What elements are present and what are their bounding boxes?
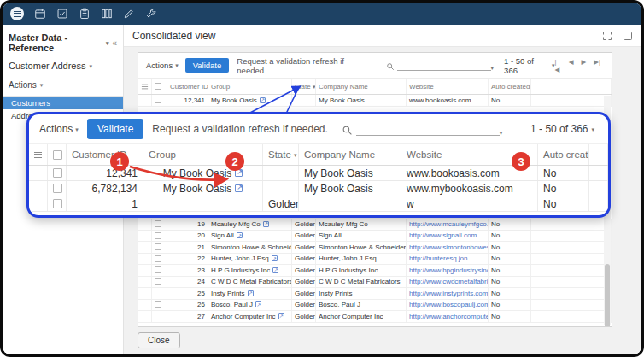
table-row[interactable]: 6,782,134 My Book Oasis My Book Oasis ww…: [29, 181, 608, 196]
table-row[interactable]: 22 Hunter, John J Esq Golden Hunter, Joh…: [138, 254, 612, 266]
select-all-checkbox[interactable]: [48, 144, 67, 165]
external-link-icon[interactable]: [235, 184, 243, 192]
group-link[interactable]: Mcauley Mfg Co: [211, 220, 261, 228]
workspace-selector[interactable]: Master Data - Reference ▾ «: [3, 25, 123, 59]
row-checkbox[interactable]: [155, 313, 161, 319]
column-header-auto-created[interactable]: Auto created: [538, 144, 589, 165]
columns-icon[interactable]: [101, 8, 113, 20]
search-dropdown-icon[interactable]: ▾: [491, 65, 495, 71]
row-checkbox[interactable]: [155, 266, 161, 273]
group-link[interactable]: Simonton Howe & Schneider P: [211, 243, 292, 251]
cell-website[interactable]: http://www.cwdcmetalfabricat: [407, 277, 489, 288]
external-link-icon[interactable]: [260, 97, 266, 103]
collapse-sidebar-icon[interactable]: «: [112, 38, 117, 48]
cell-website[interactable]: http://www.anchorcomputerinc: [407, 311, 489, 322]
external-link-icon[interactable]: [248, 290, 254, 296]
sidebar-item-customers[interactable]: Customers: [3, 97, 123, 109]
close-button[interactable]: Close: [138, 332, 180, 348]
group-link[interactable]: Sign All: [211, 231, 234, 239]
cell-website[interactable]: http://hunteresq.jon: [407, 254, 489, 265]
search-input[interactable]: [356, 123, 500, 136]
group-link[interactable]: My Book Oasis: [163, 183, 232, 195]
column-header-state[interactable]: State ▾: [263, 144, 299, 165]
row-checkbox[interactable]: [155, 301, 161, 308]
cell-website[interactable]: http://www.instyprints.com: [407, 288, 489, 299]
row-checkbox[interactable]: [155, 255, 161, 262]
validate-button[interactable]: Validate: [87, 119, 143, 139]
table-row[interactable]: 1 Golden w No: [29, 196, 608, 212]
pagination-range[interactable]: 1 - 50 of 366 ▾: [530, 123, 598, 135]
search-input[interactable]: [397, 61, 491, 71]
cell-website[interactable]: www.mybookoasis.com: [401, 181, 538, 196]
section-selector[interactable]: Customer Address ▾: [3, 59, 123, 77]
column-header-state[interactable]: State ▾: [292, 79, 316, 94]
external-link-icon[interactable]: [272, 267, 278, 273]
column-header-company[interactable]: Company Name: [316, 79, 407, 94]
table-row[interactable]: 24 C W D C Metal Fabricators Golden C W …: [138, 277, 612, 289]
scrollbar-thumb[interactable]: [605, 264, 610, 327]
row-checkbox[interactable]: [53, 168, 62, 178]
table-row[interactable]: 25 Insty Prints Golden Insty Prints http…: [138, 288, 612, 300]
menu-icon[interactable]: [10, 7, 24, 20]
cell-website[interactable]: http://www.mcauleymfgco.com: [407, 219, 489, 230]
actions-button[interactable]: Actions ▾: [146, 61, 179, 70]
group-link[interactable]: Insty Prints: [211, 290, 245, 297]
table-row[interactable]: 19 Mcauley Mfg Co Golden Mcauley Mfg Co …: [138, 219, 612, 231]
column-header-group[interactable]: Group: [143, 144, 263, 165]
cell-website[interactable]: http://www.boscopaulj.com: [407, 300, 489, 311]
cell-website[interactable]: http://www.signall.com: [407, 231, 489, 242]
first-page-button[interactable]: |◀: [554, 58, 560, 73]
row-checkbox[interactable]: [155, 278, 161, 285]
group-link[interactable]: H P G Industrys Inc: [211, 266, 270, 274]
fullscreen-icon[interactable]: [602, 31, 612, 41]
column-settings-icon[interactable]: [138, 79, 152, 94]
table-row[interactable]: 20 Sign All Golden Sign All http://www.s…: [138, 231, 612, 243]
group-link[interactable]: My Book Oasis: [211, 97, 257, 104]
external-link-icon[interactable]: [278, 313, 284, 319]
select-all-checkbox[interactable]: [152, 79, 167, 94]
actions-button[interactable]: Actions ▾: [39, 123, 79, 135]
external-link-icon[interactable]: [272, 255, 278, 261]
group-link[interactable]: C W D C Metal Fabricators: [211, 278, 292, 285]
sidebar-actions-menu[interactable]: Actions ▾: [3, 77, 123, 97]
column-header-auto-created[interactable]: Auto created: [489, 79, 531, 94]
cell-website[interactable]: w: [401, 196, 538, 211]
search-dropdown-icon[interactable]: ▾: [500, 130, 503, 136]
row-checkbox[interactable]: [155, 232, 161, 239]
row-checkbox[interactable]: [155, 97, 161, 103]
group-link[interactable]: My Book Oasis: [163, 167, 232, 179]
column-header-website[interactable]: Website: [407, 79, 489, 94]
last-page-button[interactable]: ▶|: [594, 58, 600, 73]
column-header-company[interactable]: Company Name: [299, 144, 401, 165]
side-panel-icon[interactable]: [623, 31, 633, 41]
clipboard-icon[interactable]: [79, 8, 91, 20]
pen-icon[interactable]: [123, 8, 135, 20]
row-checkbox[interactable]: [53, 184, 62, 193]
cell-website[interactable]: http://www.simontonhowesch: [407, 242, 489, 253]
cell-website[interactable]: www.bookoasis.com: [407, 95, 489, 106]
external-link-icon[interactable]: [255, 301, 261, 307]
group-link[interactable]: Bosco, Paul J: [211, 301, 253, 308]
row-checkbox[interactable]: [155, 290, 161, 296]
prev-page-button[interactable]: ◀: [569, 58, 574, 73]
group-link[interactable]: Anchor Computer Inc: [211, 313, 276, 320]
external-link-icon[interactable]: [263, 221, 269, 227]
pagination-range[interactable]: 1 - 50 of 366 ▾: [504, 56, 554, 75]
column-header-customer-id[interactable]: Customer ID: [67, 144, 143, 165]
column-settings-icon[interactable]: [29, 144, 48, 165]
column-header-group[interactable]: Group: [208, 79, 292, 94]
row-checkbox[interactable]: [155, 243, 161, 250]
row-checkbox[interactable]: [53, 199, 62, 208]
table-row[interactable]: 26 Bosco, Paul J Golden Bosco, Paul J ht…: [138, 300, 612, 312]
table-row[interactable]: 23 H P G Industrys Inc Golden H P G Indu…: [138, 265, 612, 277]
table-row[interactable]: 21 Simonton Howe & Schneider P Golden Si…: [138, 242, 612, 254]
cell-website[interactable]: http://www.hpgindustrysinc.co: [407, 265, 489, 276]
table-row[interactable]: 27 Anchor Computer Inc Golden Anchor Com…: [138, 311, 612, 323]
tasks-icon[interactable]: [56, 8, 68, 20]
wrench-icon[interactable]: [145, 8, 157, 20]
next-page-button[interactable]: ▶: [582, 58, 587, 73]
group-link[interactable]: Hunter, John J Esq: [211, 255, 269, 262]
row-checkbox[interactable]: [155, 220, 161, 227]
column-header-customer-id[interactable]: Customer ID: [167, 79, 208, 94]
external-link-icon[interactable]: [237, 232, 243, 238]
